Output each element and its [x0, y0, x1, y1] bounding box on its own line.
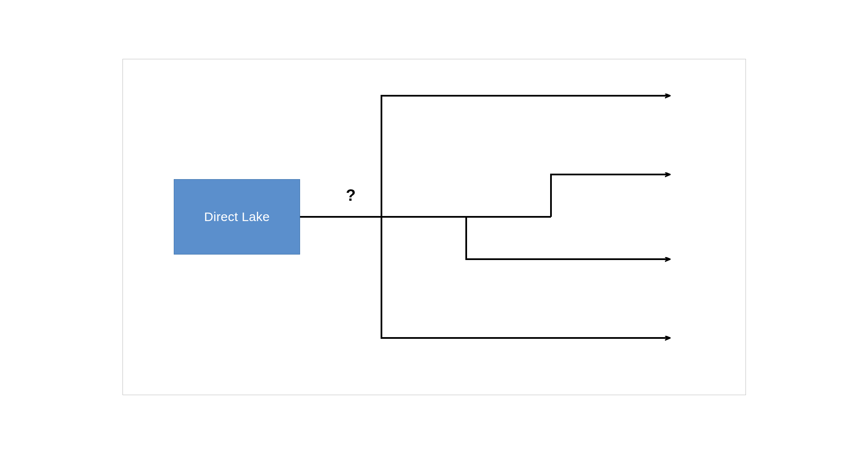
- connector-group: [123, 59, 746, 395]
- connector-branch-1: [381, 96, 670, 217]
- diagram-canvas: Direct Lake ?: [122, 59, 746, 395]
- connector-branch-3: [466, 217, 670, 259]
- connector-branch-4: [381, 217, 670, 338]
- connector-branch-2: [551, 174, 670, 217]
